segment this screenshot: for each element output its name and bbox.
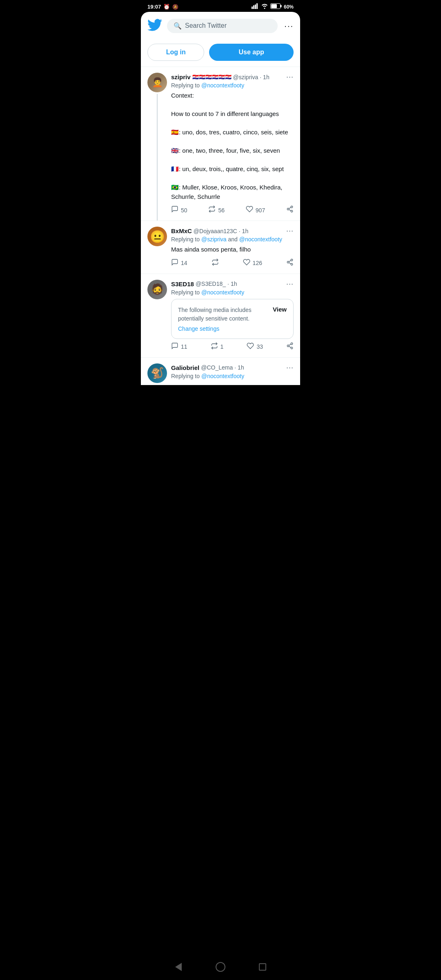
- like-icon: [246, 205, 253, 215]
- use-app-button[interactable]: Use app: [209, 44, 294, 61]
- like-action-s3ed18[interactable]: 33: [247, 342, 263, 352]
- tweet-body-szipriv: szipriv 🇭🇷🇭🇷🇭🇷🇭🇷🇭🇷🇭🇷 @szipriva · 1h ··· …: [171, 73, 294, 220]
- display-name-s3ed18: S3ED18: [171, 281, 194, 287]
- reply-count-s3ed18: 11: [181, 343, 187, 350]
- login-button[interactable]: Log in: [147, 44, 204, 61]
- reply-action-szipriv[interactable]: 50: [171, 205, 187, 215]
- thread-line: [157, 94, 158, 220]
- twitter-logo: [147, 18, 162, 34]
- display-name-szipriv: szipriv: [171, 74, 191, 80]
- tweet-header-s3ed18: S3ED18 @S3ED18_ · 1h ···: [171, 280, 294, 288]
- reply-link-nocontext[interactable]: @nocontextfooty: [239, 236, 282, 243]
- svg-line-15: [289, 263, 291, 264]
- reply-action-s3ed18[interactable]: 11: [171, 342, 187, 352]
- handle-galiobriel: @CO_Lema: [201, 364, 233, 371]
- svg-line-16: [289, 260, 291, 261]
- reply-line-szipriv: Replying to @nocontextfooty: [171, 82, 294, 89]
- battery-icon: [270, 3, 282, 10]
- tweet-text-bxmxc: Mas ainda somos penta, filho: [171, 245, 294, 254]
- reply-count-szipriv: 50: [181, 207, 187, 214]
- display-name-bxmxc: BxMxC: [171, 227, 192, 234]
- search-icon: 🔍: [174, 22, 182, 30]
- user-info-bxmxc: BxMxC @Dojyaaan123C · 1h: [171, 227, 248, 234]
- status-left: 19:07 ⏰ 🔕: [147, 4, 178, 10]
- status-bar: 19:07 ⏰ 🔕 60%: [141, 0, 300, 12]
- svg-rect-0: [252, 7, 253, 9]
- svg-point-17: [291, 343, 293, 345]
- user-info: szipriv 🇭🇷🇭🇷🇭🇷🇭🇷🇭🇷🇭🇷 @szipriva · 1h: [171, 74, 270, 80]
- tweet-body-s3ed18: S3ED18 @S3ED18_ · 1h ··· Replying to @no…: [171, 280, 294, 352]
- like-count-s3ed18: 33: [256, 343, 263, 350]
- tweet-header-galiobriel: Galiobriel @CO_Lema · 1h ···: [171, 363, 294, 372]
- svg-point-9: [291, 210, 293, 212]
- svg-point-8: [287, 208, 289, 210]
- avatar-s3ed18: 🧔: [147, 280, 167, 299]
- share-icon-bxmxc: [286, 258, 294, 268]
- reply-icon-s3ed18: [171, 342, 178, 352]
- retweet-count-s3ed18: 1: [220, 343, 224, 350]
- svg-point-7: [291, 206, 293, 208]
- like-action-bxmxc[interactable]: 126: [243, 258, 262, 268]
- status-right: 60%: [252, 3, 294, 10]
- like-count-bxmxc: 126: [253, 260, 262, 266]
- reply-link-s3ed18[interactable]: @nocontextfooty: [201, 289, 244, 296]
- svg-point-13: [287, 261, 289, 263]
- handle-s3ed18: @S3ED18_: [196, 281, 226, 287]
- battery-percent: 60%: [284, 4, 294, 10]
- retweet-action-s3ed18[interactable]: 1: [211, 342, 224, 352]
- svg-rect-2: [255, 4, 256, 9]
- sensitive-content-card: The following media includes potentially…: [171, 299, 294, 339]
- notification-icon: 🔕: [172, 4, 178, 10]
- header: 🔍 Search Twitter ···: [141, 12, 300, 38]
- user-info-s3ed18: S3ED18 @S3ED18_ · 1h: [171, 281, 237, 287]
- tweet-more-bxmxc[interactable]: ···: [286, 227, 294, 235]
- like-icon-bxmxc: [243, 258, 250, 268]
- tweet-more-galiobriel[interactable]: ···: [286, 363, 294, 372]
- sensitive-top: The following media includes potentially…: [178, 306, 287, 323]
- change-settings-link[interactable]: Change settings: [178, 325, 287, 332]
- share-action-s3ed18[interactable]: [286, 342, 294, 352]
- retweet-icon-s3ed18: [211, 342, 218, 352]
- retweet-action-bxmxc[interactable]: [212, 258, 219, 268]
- reply-link-szipriv[interactable]: @nocontextfooty: [201, 82, 244, 89]
- retweet-count-szipriv: 56: [218, 207, 225, 214]
- svg-line-10: [289, 209, 291, 211]
- status-time: 19:07: [147, 4, 161, 10]
- wifi-icon: [261, 3, 268, 10]
- like-action-szipriv[interactable]: 907: [246, 205, 265, 215]
- reply-link-galiobriel[interactable]: @nocontextfooty: [201, 373, 244, 379]
- time-bxmxc: 1h: [242, 228, 249, 234]
- tweet-actions-bxmxc: 14 126: [171, 258, 294, 268]
- reply-link-szipriva[interactable]: @szipriva: [201, 236, 227, 243]
- feed: 🧑‍🦱 szipriv 🇭🇷🇭🇷🇭🇷🇭🇷🇭🇷🇭🇷 @szipriva · 1h …: [141, 67, 300, 385]
- tweet-bxmxc: 😐 BxMxC @Dojyaaan123C · 1h ··· Replying …: [141, 221, 300, 274]
- reply-icon-bxmxc: [171, 258, 178, 268]
- tweet-s3ed18: 🧔 S3ED18 @S3ED18_ · 1h ··· Replying to @…: [141, 274, 300, 358]
- retweet-action-szipriv[interactable]: 56: [208, 205, 225, 215]
- svg-line-21: [289, 344, 291, 345]
- time-galiobriel: 1h: [238, 364, 244, 371]
- svg-point-14: [291, 263, 293, 265]
- svg-point-18: [287, 345, 289, 347]
- tweet-more-s3ed18[interactable]: ···: [286, 280, 294, 288]
- share-action-bxmxc[interactable]: [286, 258, 294, 268]
- tweet-szipriv: 🧑‍🦱 szipriv 🇭🇷🇭🇷🇭🇷🇭🇷🇭🇷🇭🇷 @szipriva · 1h …: [141, 67, 300, 221]
- tweet-body-bxmxc: BxMxC @Dojyaaan123C · 1h ··· Replying to…: [171, 227, 294, 268]
- more-options-icon[interactable]: ···: [284, 21, 294, 31]
- tweet-text-szipriv: Context: How to count to 7 in different …: [171, 91, 294, 201]
- handle-szipriv: @szipriva: [233, 74, 258, 80]
- view-button[interactable]: View: [273, 306, 287, 313]
- retweet-icon: [208, 205, 216, 215]
- search-bar[interactable]: 🔍 Search Twitter: [167, 19, 278, 33]
- like-icon-s3ed18: [247, 342, 254, 352]
- share-action-szipriv[interactable]: [286, 205, 294, 215]
- svg-rect-5: [271, 4, 277, 8]
- reply-line-s3ed18: Replying to @nocontextfooty: [171, 289, 294, 296]
- reply-action-bxmxc[interactable]: 14: [171, 258, 187, 268]
- time-s3ed18: 1h: [231, 281, 237, 287]
- tweet-more-szipriv[interactable]: ···: [286, 73, 294, 81]
- svg-point-12: [291, 259, 293, 261]
- svg-rect-1: [253, 5, 254, 9]
- flags-szipriv: 🇭🇷🇭🇷🇭🇷🇭🇷🇭🇷🇭🇷: [192, 74, 232, 80]
- retweet-icon-bxmxc: [212, 258, 219, 268]
